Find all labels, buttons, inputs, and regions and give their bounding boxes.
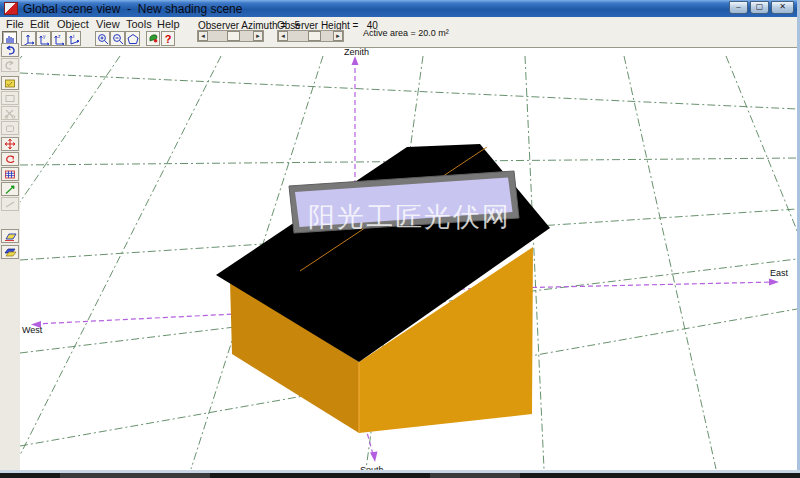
title-bar: Global scene view - New shading scene [0,0,800,17]
zoom-in-icon [97,33,109,45]
east-label: East [770,268,789,278]
pv-sheds-button[interactable] [1,245,19,259]
pv-panel-icon [4,231,17,242]
cut-object-button[interactable] [1,106,19,120]
scissors-icon [4,108,16,119]
help-button[interactable]: ? [161,31,175,46]
scene-canvas: Zenith East West South 阳光工匠光伏网 [20,48,797,471]
close-button[interactable]: ✕ [771,1,794,14]
zenith-arrowhead [352,56,359,65]
grid-table-icon [4,169,16,180]
menu-help[interactable]: Help [157,18,180,30]
watermark-text: 阳光工匠光伏网 [308,202,511,232]
edit-gray-icon [4,93,16,104]
delete-object-button[interactable] [1,121,19,135]
gray-tool-icon [4,199,16,210]
maximize-button[interactable]: ▢ [750,1,769,14]
render-colors-button[interactable] [146,31,160,46]
extra-tool-button[interactable] [1,197,19,211]
axes-3d-icon [23,33,35,45]
green-arrow-icon [4,184,16,195]
axes-tilt-icon: t [67,33,80,45]
svg-text:y: y [43,33,46,39]
taskbar-strip [0,473,800,478]
menu-file[interactable]: File [6,18,24,30]
zoom-in-button[interactable] [95,31,110,46]
edit-object-button[interactable] [1,91,19,105]
move-object-button[interactable] [1,137,19,151]
grid-tool-button[interactable] [1,167,19,181]
polygon-icon [127,33,139,45]
pv-sheds-icon [4,247,17,258]
window-title: Global scene view - New shading scene [23,2,242,16]
app-icon [4,2,18,15]
color-image-icon [148,33,159,44]
delete-gray-icon [4,123,16,134]
azimuth-slider-thumb[interactable] [227,31,240,41]
rotate-icon [4,154,16,165]
redo-button[interactable] [1,58,19,72]
svg-text:z: z [58,33,61,39]
left-toolbar [0,47,21,470]
axes-xy-icon: y [37,33,50,45]
view-tilt-button[interactable]: t [66,31,81,46]
observer-azimuth-slider[interactable]: ◄ ► [197,30,264,42]
axes-xz-icon: z [52,33,65,45]
menu-object[interactable]: Object [57,18,89,30]
pv-field-button[interactable] [1,229,19,243]
height-slider-thumb[interactable] [308,31,321,41]
zoom-out-button[interactable] [110,31,125,46]
menu-tools[interactable]: Tools [126,18,152,30]
measure-tool-button[interactable] [1,182,19,196]
west-axis [35,314,235,324]
observer-height-slider[interactable]: ◄ ► [277,30,344,42]
menu-view[interactable]: View [96,18,120,30]
undo-icon [4,45,16,56]
move-arrows-icon [4,138,16,150]
yellow-object-icon [4,78,16,89]
south-arrowhead [370,452,378,463]
west-label: West [22,325,43,335]
minimize-button[interactable]: – [729,1,748,14]
active-area-label: Active area = 20.0 m² [363,28,449,38]
zoom-out-icon [112,33,124,45]
view-3d-axes-button[interactable] [21,31,36,46]
view-xz-button[interactable]: z [51,31,66,46]
redo-icon [4,60,16,71]
zoom-window-button[interactable] [125,31,140,46]
rotate-object-button[interactable] [1,152,19,166]
new-object-button[interactable] [1,76,19,90]
view-xy-button[interactable]: y [36,31,51,46]
undo-button[interactable] [1,43,19,57]
east-arrowhead [769,279,779,286]
menu-edit[interactable]: Edit [30,18,49,30]
scene-viewport[interactable]: Zenith East West South 阳光工匠光伏网 [20,47,797,471]
zenith-label: Zenith [344,48,369,57]
svg-text:t: t [73,33,75,39]
